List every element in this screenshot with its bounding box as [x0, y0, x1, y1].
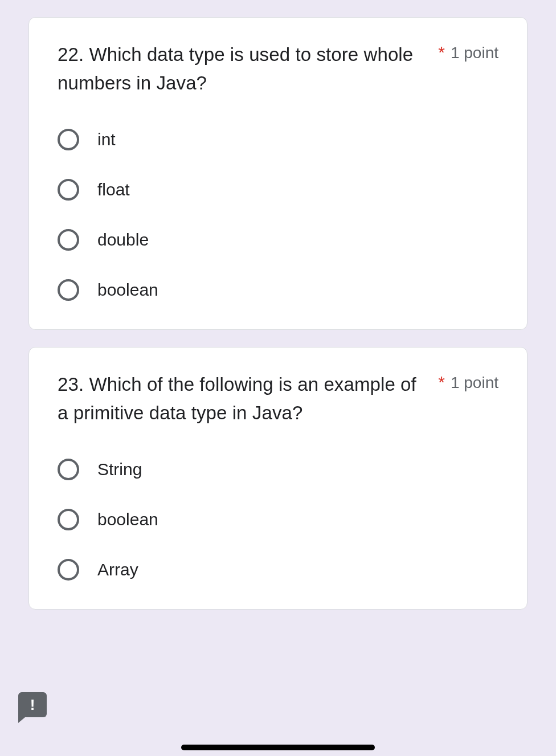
option-label: boolean: [97, 280, 158, 300]
option-label: float: [97, 180, 130, 199]
question-number: 22.: [58, 44, 84, 65]
option-float[interactable]: float: [58, 179, 498, 201]
question-header: 23. Which of the following is an example…: [58, 370, 498, 427]
report-button[interactable]: !: [18, 692, 47, 717]
radio-icon: [58, 229, 79, 251]
option-label: double: [97, 230, 149, 250]
points-wrapper: * 1 point: [438, 40, 498, 62]
option-boolean[interactable]: boolean: [58, 279, 498, 301]
radio-icon: [58, 509, 79, 530]
options-list: String boolean Array: [58, 459, 498, 581]
option-double[interactable]: double: [58, 229, 498, 251]
option-label: Array: [97, 560, 138, 579]
question-number: 23.: [58, 374, 84, 395]
option-string[interactable]: String: [58, 459, 498, 480]
question-header: 22. Which data type is used to store who…: [58, 40, 498, 97]
required-mark: *: [438, 43, 445, 62]
radio-icon: [58, 279, 79, 301]
question-card-22: 22. Which data type is used to store who…: [28, 17, 528, 330]
points-text: 1 point: [451, 44, 498, 62]
home-indicator: [181, 745, 375, 750]
radio-icon: [58, 179, 79, 201]
option-boolean[interactable]: boolean: [58, 509, 498, 530]
option-int[interactable]: int: [58, 129, 498, 150]
option-label: String: [97, 460, 142, 479]
radio-icon: [58, 559, 79, 581]
option-array[interactable]: Array: [58, 559, 498, 581]
question-text: 23. Which of the following is an example…: [58, 370, 438, 427]
radio-icon: [58, 459, 79, 480]
question-body: Which data type is used to store whole n…: [58, 44, 413, 93]
question-text: 22. Which data type is used to store who…: [58, 40, 438, 97]
exclamation-icon: !: [30, 697, 35, 712]
option-label: int: [97, 130, 116, 149]
question-body: Which of the following is an example of …: [58, 374, 416, 423]
options-list: int float double boolean: [58, 129, 498, 301]
question-card-23: 23. Which of the following is an example…: [28, 347, 528, 610]
points-text: 1 point: [451, 374, 498, 392]
option-label: boolean: [97, 510, 158, 529]
radio-icon: [58, 129, 79, 150]
points-wrapper: * 1 point: [438, 370, 498, 392]
required-mark: *: [438, 373, 445, 392]
